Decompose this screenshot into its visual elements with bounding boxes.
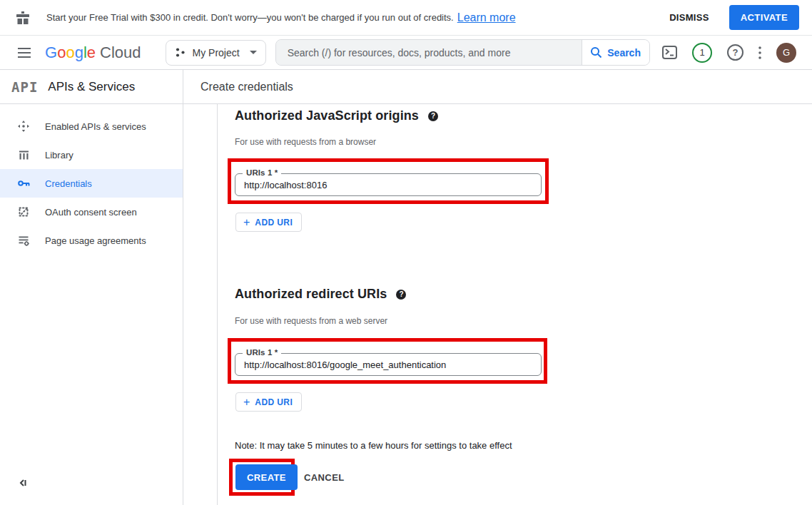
oauth-consent-icon xyxy=(17,207,30,217)
logo-letter: o xyxy=(57,44,66,62)
header-icons: 1 ? G xyxy=(662,43,796,63)
enabled-apis-icon xyxy=(17,121,30,132)
service-title: APIs & Services xyxy=(48,80,135,94)
project-selector-label: My Project xyxy=(193,47,240,58)
cancel-button[interactable]: CANCEL xyxy=(304,464,345,490)
plus-icon: + xyxy=(243,217,250,228)
sidebar-item-credentials[interactable]: Credentials xyxy=(0,169,183,198)
project-selector[interactable]: My Project xyxy=(166,40,266,66)
free-trial-banner: Start your Free Trial with $300 in credi… xyxy=(0,0,812,36)
uri-field-label: URIs 1 * xyxy=(243,168,281,177)
help-icon[interactable]: ? xyxy=(428,111,438,121)
more-icon[interactable] xyxy=(758,46,761,59)
caret-down-icon xyxy=(250,51,257,54)
js-origin-uri-input[interactable] xyxy=(235,174,541,195)
menu-icon[interactable] xyxy=(18,48,31,58)
add-uri-label: ADD URI xyxy=(255,218,293,228)
dismiss-button[interactable]: DISMISS xyxy=(669,12,709,23)
logo-letter: g xyxy=(75,44,83,62)
library-icon xyxy=(17,150,30,160)
collapse-sidebar-icon[interactable] xyxy=(17,478,27,488)
section-heading-text: Authorized redirect URIs xyxy=(235,287,387,302)
help-glyph: ? xyxy=(399,290,403,298)
create-button[interactable]: CREATE xyxy=(235,464,298,490)
js-origin-uri-field: URIs 1 * xyxy=(235,173,542,196)
section-heading-text: Authorized JavaScript origins xyxy=(235,108,419,123)
project-icon xyxy=(175,47,186,58)
activate-button[interactable]: ACTIVATE xyxy=(729,5,799,30)
search-button[interactable]: Search xyxy=(582,40,649,65)
avatar[interactable]: G xyxy=(776,43,796,63)
google-cloud-logo[interactable]: G o o g l e Cloud xyxy=(45,44,141,62)
uri-field-label: URIs 1 * xyxy=(243,348,281,357)
learn-more-link[interactable]: Learn more xyxy=(457,11,516,24)
notification-count: 1 xyxy=(699,47,704,58)
add-uri-button-origins[interactable]: + ADD URI xyxy=(235,213,302,232)
search-button-label: Search xyxy=(607,47,641,58)
help-icon[interactable]: ? xyxy=(396,290,406,300)
notifications-badge[interactable]: 1 xyxy=(692,43,712,63)
sidebar-item-oauth-consent[interactable]: OAuth consent screen xyxy=(0,198,183,226)
sidebar-item-label: Library xyxy=(45,150,73,160)
js-origins-heading: Authorized JavaScript origins ? xyxy=(235,108,438,123)
search-bar: Search xyxy=(275,39,650,66)
sidebar-item-label: Credentials xyxy=(45,178,92,189)
page-title: Create credentials xyxy=(201,70,293,103)
create-credentials-form: Authorized JavaScript origins ? For use … xyxy=(217,104,812,505)
sidebar-item-page-usage[interactable]: Page usage agreements xyxy=(0,226,183,255)
avatar-initial: G xyxy=(783,47,790,58)
redirect-uri-field: URIs 1 * xyxy=(235,353,542,376)
console-header: G o o g l e Cloud My Project xyxy=(0,36,812,70)
add-uri-label: ADD URI xyxy=(255,397,293,407)
search-icon xyxy=(590,46,602,58)
sidebar-item-label: OAuth consent screen xyxy=(45,207,137,218)
gift-icon xyxy=(15,10,31,26)
service-subheader: API APIs & Services Create credentials xyxy=(0,70,812,104)
help-glyph: ? xyxy=(431,112,435,120)
logo-letter: o xyxy=(66,44,74,62)
sidebar: Enabled APIs & services Library Credenti… xyxy=(0,104,183,505)
plus-icon: + xyxy=(243,397,250,408)
sidebar-item-enabled-apis[interactable]: Enabled APIs & services xyxy=(0,112,183,141)
logo-letter: e xyxy=(87,44,96,62)
api-service-logo: API xyxy=(11,79,38,95)
cloud-shell-icon[interactable] xyxy=(662,46,677,59)
sidebar-item-library[interactable]: Library xyxy=(0,141,183,169)
help-icon[interactable]: ? xyxy=(727,44,744,61)
sidebar-item-label: Page usage agreements xyxy=(45,235,146,246)
key-icon xyxy=(17,180,30,187)
add-uri-button-redirects[interactable]: + ADD URI xyxy=(235,392,302,412)
banner-message: Start your Free Trial with $300 in credi… xyxy=(46,12,454,23)
search-input[interactable] xyxy=(276,40,582,65)
gcp-console-page: Start your Free Trial with $300 in credi… xyxy=(0,0,812,505)
settings-note: Note: It may take 5 minutes to a few hou… xyxy=(235,440,512,451)
redirect-uris-subtitle: For use with requests from a web server xyxy=(235,316,387,326)
banner-actions: DISMISS ACTIVATE xyxy=(669,5,812,30)
service-header: API APIs & Services xyxy=(0,70,183,103)
page-usage-icon xyxy=(17,235,30,246)
sidebar-item-label: Enabled APIs & services xyxy=(45,121,146,132)
help-glyph: ? xyxy=(733,47,739,58)
logo-cloud-text: Cloud xyxy=(100,44,141,62)
redirect-uris-heading: Authorized redirect URIs ? xyxy=(235,287,406,302)
js-origins-subtitle: For use with requests from a browser xyxy=(235,137,376,147)
logo-letter: G xyxy=(45,44,57,62)
redirect-uri-input[interactable] xyxy=(235,354,541,375)
